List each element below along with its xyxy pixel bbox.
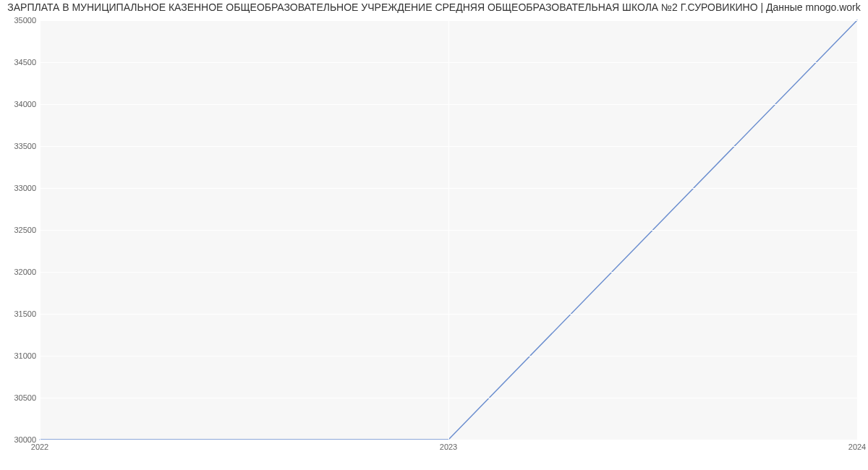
x-axis-tick-label: 2022 bbox=[31, 443, 48, 451]
x-axis-tick-label: 2023 bbox=[440, 443, 457, 451]
gridline-vertical bbox=[857, 20, 858, 440]
gridline-vertical bbox=[40, 20, 41, 440]
plot-area bbox=[40, 20, 857, 440]
y-axis-tick-label: 35000 bbox=[4, 16, 36, 25]
y-axis-tick-label: 31500 bbox=[4, 309, 36, 318]
gridline-horizontal bbox=[40, 440, 857, 440]
x-axis-tick-label: 2024 bbox=[848, 443, 866, 451]
y-axis-tick-label: 32000 bbox=[4, 268, 36, 276]
y-axis-tick-label: 34500 bbox=[4, 58, 36, 67]
y-axis-tick-label: 30500 bbox=[4, 393, 36, 402]
chart-container: ЗАРПЛАТА В МУНИЦИПАЛЬНОЕ КАЗЕННОЕ ОБЩЕОБ… bbox=[0, 0, 868, 470]
gridline-vertical bbox=[448, 20, 449, 440]
chart-title: ЗАРПЛАТА В МУНИЦИПАЛЬНОЕ КАЗЕННОЕ ОБЩЕОБ… bbox=[0, 0, 868, 14]
y-axis-tick-label: 31000 bbox=[4, 351, 36, 360]
y-axis-tick-label: 33000 bbox=[4, 184, 36, 192]
y-axis-tick-label: 33500 bbox=[4, 142, 36, 150]
y-axis-tick-label: 32500 bbox=[4, 226, 36, 234]
y-axis-tick-label: 34000 bbox=[4, 100, 36, 108]
